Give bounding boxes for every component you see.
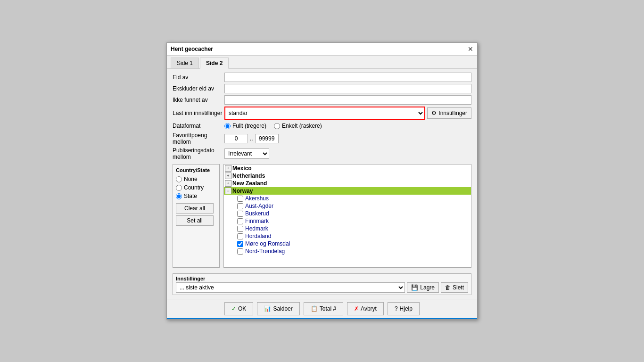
favoritt-label: Favorittpoeng mellom xyxy=(173,132,224,145)
ikke-funnet-row: Ikke funnet av xyxy=(173,95,471,105)
mexico-label: Mexico xyxy=(232,165,252,172)
last-inn-select-wrapper: standar xyxy=(224,107,425,120)
last-inn-row: Last inn innstillinger standar ⚙ Innstil… xyxy=(173,107,471,120)
cs-country-radio[interactable] xyxy=(176,185,182,191)
ekskluder-input[interactable] xyxy=(224,84,471,93)
cs-none-radio[interactable] xyxy=(176,176,182,182)
country-state-section: Country/State None Country State xyxy=(173,164,471,268)
tab-side1[interactable]: Side 1 xyxy=(171,58,199,68)
bottom-innstillinger-section: Innstillinger ... siste aktive 💾 Lagre 🗑… xyxy=(167,273,477,299)
dataformat-row: Dataformat Fullt (tregere) Enkelt (raske… xyxy=(173,123,471,129)
cs-country-option[interactable]: Country xyxy=(176,184,216,191)
expand-new-zealand-icon[interactable]: + xyxy=(225,180,231,187)
favoritt-inputs: .. xyxy=(224,134,279,143)
new-zealand-label: New Zealand xyxy=(232,180,267,187)
hordaland-checkbox[interactable] xyxy=(237,233,243,239)
tree-item-new-zealand[interactable]: + New Zealand xyxy=(224,180,471,187)
akershus-label: Akershus xyxy=(245,195,269,202)
nord-trondelag-checkbox[interactable] xyxy=(237,248,243,255)
more-og-romsdal-checkbox[interactable] xyxy=(237,241,243,247)
tree-child-more-og-romsdal: Møre og Romsdal xyxy=(224,240,471,247)
dataformat-fullt-radio[interactable] xyxy=(224,123,231,129)
cs-radio-group: None Country State xyxy=(176,176,216,199)
dialog-title: Hent geocacher xyxy=(171,46,213,52)
last-inn-label: Last inn innstillinger xyxy=(173,110,224,116)
bottom-inn-wrapper: Innstillinger ... siste aktive 💾 Lagre 🗑… xyxy=(173,273,471,295)
tab-bar: Side 1 Side 2 xyxy=(167,56,477,69)
ekskluder-row: Ekskluder eid av xyxy=(173,84,471,93)
hjelp-button[interactable]: ? Hjelp xyxy=(388,302,420,315)
innstillinger-top-button[interactable]: ⚙ Innstillinger xyxy=(427,107,471,119)
close-button[interactable]: ✕ xyxy=(468,46,473,52)
bottom-inn-select[interactable]: ... siste aktive xyxy=(176,282,405,293)
lagre-button[interactable]: 💾 Lagre xyxy=(407,282,439,293)
action-bar: ✓ OK 📊 Saldoer 📋 Total # ✗ Avbryt ? Hjel… xyxy=(167,299,477,318)
tab-side2[interactable]: Side 2 xyxy=(200,58,229,69)
eid-av-row: Eid av xyxy=(173,73,471,82)
avbryt-button[interactable]: ✗ Avbryt xyxy=(347,302,384,315)
slett-button[interactable]: 🗑 Slett xyxy=(441,282,468,293)
favoritt-from-input[interactable] xyxy=(224,134,248,143)
eid-av-label: Eid av xyxy=(173,74,224,81)
eid-av-input[interactable] xyxy=(224,73,471,82)
tree-item-netherlands[interactable]: + Netherlands xyxy=(224,172,471,180)
trash-icon: 🗑 xyxy=(445,284,451,291)
bottom-inn-label: Innstillinger xyxy=(176,276,468,281)
expand-netherlands-icon[interactable]: + xyxy=(225,173,231,179)
tree-panel: + Mexico + Netherlands + New Zealand − N… xyxy=(223,164,471,268)
hedmark-checkbox[interactable] xyxy=(237,226,243,232)
akershus-checkbox[interactable] xyxy=(237,196,243,202)
dataformat-label: Dataformat xyxy=(173,123,224,129)
dataformat-fullt-option[interactable]: Fullt (tregere) xyxy=(224,123,266,129)
dataformat-enkelt-option[interactable]: Enkelt (raskere) xyxy=(274,123,322,129)
saldoer-icon: 📊 xyxy=(264,305,271,312)
aust-agder-label: Aust-Agder xyxy=(245,203,273,209)
tree-child-nord-trondelag: Nord-Trøndelag xyxy=(224,247,471,255)
expand-norway-icon[interactable]: − xyxy=(225,188,231,194)
tree-child-finnmark: Finnmark xyxy=(224,217,471,225)
total-button[interactable]: 📋 Total # xyxy=(304,302,343,315)
ikke-funnet-input[interactable] xyxy=(224,95,471,105)
ok-button[interactable]: ✓ OK xyxy=(224,302,253,315)
cs-none-option[interactable]: None xyxy=(176,176,216,182)
cs-left-panel: Country/State None Country State xyxy=(173,164,220,268)
ikke-funnet-label: Ikke funnet av xyxy=(173,97,224,103)
tree-child-hordaland: Hordaland xyxy=(224,232,471,240)
hedmark-label: Hedmark xyxy=(245,225,268,232)
favoritt-to-input[interactable] xyxy=(255,134,279,143)
buskerud-checkbox[interactable] xyxy=(237,211,243,217)
ok-check-icon: ✓ xyxy=(231,305,236,312)
pub-label: Publiseringsdato mellom xyxy=(173,147,224,160)
finnmark-checkbox[interactable] xyxy=(237,218,243,224)
clear-all-button[interactable]: Clear all xyxy=(176,203,214,214)
tree-child-hedmark: Hedmark xyxy=(224,225,471,232)
ekskluder-label: Ekskluder eid av xyxy=(173,85,224,92)
favoritt-row: Favorittpoeng mellom .. xyxy=(173,132,471,145)
expand-mexico-icon[interactable]: + xyxy=(225,165,231,172)
saldoer-button[interactable]: 📊 Saldoer xyxy=(257,302,299,315)
more-og-romsdal-label: Møre og Romsdal xyxy=(245,240,290,247)
finnmark-label: Finnmark xyxy=(245,218,269,224)
favoritt-separator: .. xyxy=(250,135,253,142)
separator-line xyxy=(167,318,477,319)
dataformat-enkelt-radio[interactable] xyxy=(274,123,280,129)
cs-title: Country/State xyxy=(176,167,216,173)
set-all-button[interactable]: Set all xyxy=(176,215,214,226)
title-bar: Hent geocacher ✕ xyxy=(167,43,477,56)
main-dialog: Hent geocacher ✕ Side 1 Side 2 Eid av Ek… xyxy=(166,42,478,320)
tree-child-aust-agder: Aust-Agder xyxy=(224,202,471,210)
dialog-content: Eid av Ekskluder eid av Ikke funnet av L… xyxy=(167,69,477,273)
cs-state-radio[interactable] xyxy=(176,193,182,199)
tree-child-buskerud: Buskerud xyxy=(224,210,471,217)
netherlands-label: Netherlands xyxy=(232,173,265,179)
pub-select[interactable]: Irrelevant Siste uke Siste måned xyxy=(224,148,269,159)
tree-item-norway[interactable]: − Norway xyxy=(224,187,471,195)
save-icon: 💾 xyxy=(411,284,418,291)
total-icon: 📋 xyxy=(311,305,318,312)
cs-state-option[interactable]: State xyxy=(176,193,216,199)
dataformat-radio-group: Fullt (tregere) Enkelt (raskere) xyxy=(224,123,322,129)
tree-item-mexico[interactable]: + Mexico xyxy=(224,165,471,172)
last-inn-select[interactable]: standar xyxy=(225,107,424,119)
aust-agder-checkbox[interactable] xyxy=(237,203,243,209)
hordaland-label: Hordaland xyxy=(245,233,271,239)
